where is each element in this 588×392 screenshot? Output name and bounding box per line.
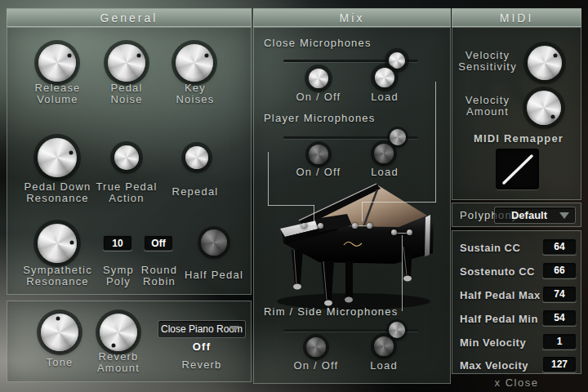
reverb-type-dropdown[interactable]: Close Piano Room [158,320,246,338]
rim-mic-onoff-label: On / Off [279,360,353,372]
release-volume-knob[interactable] [38,44,76,82]
player-mic-load-label: Load [348,167,421,178]
mix-header: Mix [253,8,451,27]
piano-mic-position-image [272,180,445,312]
midi-remapper-label: MIDI Remapper [461,133,576,145]
half-pedal-min-value[interactable]: 54 [542,310,577,326]
close-mic-label: Close Microphones [264,37,372,49]
chevron-down-icon [229,326,239,332]
pedal-noise-label: PedalNoise [90,82,163,105]
knob-indicator [205,54,209,58]
player-mic-slider-handle[interactable] [390,129,406,145]
close-mic-volume-slider[interactable] [283,52,418,69]
key-noises-knob[interactable] [176,44,213,82]
knob-indicator [554,53,558,57]
close-mic-onoff-label: On / Off [282,91,355,103]
reverb-amount-knob[interactable] [100,314,137,351]
velocity-sensitivity-knob[interactable] [528,46,562,80]
player-mic-volume-slider[interactable] [283,129,418,145]
pedal-noise-knob[interactable] [108,44,145,82]
mic-position-dot [352,223,358,229]
midi-title: MIDI [500,11,534,24]
close-mic-slider-handle[interactable] [389,52,405,69]
reverb-status: Off [164,341,239,353]
half-pedal-min-label: Half Pedal Min [460,313,538,325]
sympathetic-resonance-knob[interactable] [38,224,77,263]
min-velocity-label: Min Velocity [460,336,526,349]
velocity-amount-knob[interactable] [527,91,561,125]
mic-position-dot [318,223,323,229]
sostenuto-cc-label: Sostenuto CC [460,265,535,278]
repedal-label: Repedal [158,186,233,198]
close-button[interactable]: x Close [452,376,581,389]
polyphony-value: Default [511,209,547,221]
close-mic-connector-line [268,205,314,206]
close-mic-load-knob[interactable] [375,68,394,87]
min-velocity-value[interactable]: 1 [542,333,577,350]
remapper-curve-icon [496,149,539,189]
rim-mic-label: Rim / Side Microphones [264,305,398,318]
knob-indicator [137,54,141,58]
player-mic-label: Player Microphones [264,112,376,124]
round-robin-value[interactable]: Off [144,235,173,251]
polyphony-dropdown[interactable]: Default [494,207,576,224]
player-mic-connector-line [362,202,436,203]
rim-mic-connector-line [402,235,403,311]
chevron-down-icon [559,212,569,219]
velocity-sensitivity-label: VelocitySensitivity [452,50,523,73]
reverb-label: Reverb [164,359,239,371]
mic-position-dot [407,229,412,235]
mix-title: Mix [340,11,365,24]
half-pedal-max-value[interactable]: 74 [542,286,577,302]
sustain-cc-value[interactable]: 64 [542,238,577,255]
mic-position-dot [367,223,372,229]
mic-position-dot [391,229,397,235]
close-mic-connector-line [314,205,314,223]
player-mic-onoff-label: On / Off [282,167,355,178]
player-mic-load-knob[interactable] [374,144,394,163]
reverb-amount-label: ReverbAmount [81,351,156,374]
player-mic-connector-line [362,202,363,221]
true-pedal-action-knob[interactable] [114,145,139,170]
knob-indicator [68,54,72,58]
rim-mic-load-label: Load [347,360,421,372]
max-velocity-label: Max Velocity [460,359,528,372]
half-pedal-knob[interactable] [201,229,227,256]
rim-mic-slider-handle[interactable] [389,322,405,338]
knob-indicator [551,115,555,119]
tone-knob[interactable] [41,314,78,351]
key-noises-label: KeyNoises [158,82,233,105]
knob-indicator [111,343,115,347]
sustain-cc-label: Sustain CC [460,242,520,254]
player-mic-onoff-knob[interactable] [309,145,328,164]
general-title: General [100,11,158,24]
symp-poly-value[interactable]: 10 [103,235,132,251]
rim-mic-load-knob[interactable] [374,336,394,356]
player-mic-connector-line [435,82,436,203]
rim-mic-onoff-knob[interactable] [306,337,326,357]
general-header: General [7,8,252,27]
rim-mic-volume-slider[interactable] [283,322,418,338]
knob-indicator [70,240,74,244]
close-mic-connector-line [268,152,269,206]
half-pedal-label: Half Pedal [176,270,252,281]
half-pedal-max-label: Half Pedal Max [460,289,541,301]
plugin-window: R General Mix MIDI ReleaseVolume PedalNo… [0,0,588,392]
close-mic-onoff-knob[interactable] [309,69,328,88]
midi-remapper-display[interactable] [496,149,539,189]
sostenuto-cc-value[interactable]: 66 [542,262,577,278]
knob-indicator [56,316,60,320]
repedal-knob[interactable] [185,146,208,169]
close-mic-load-label: Load [348,91,421,103]
max-velocity-value[interactable]: 127 [542,356,577,372]
midi-header: MIDI [452,8,581,27]
velocity-amount-label: VelocityAmount [452,95,523,118]
knob-indicator [69,151,74,155]
pedal-down-resonance-knob[interactable] [38,138,77,177]
true-pedal-action-label: True PedalAction [90,181,163,204]
mic-position-dot [301,223,307,229]
